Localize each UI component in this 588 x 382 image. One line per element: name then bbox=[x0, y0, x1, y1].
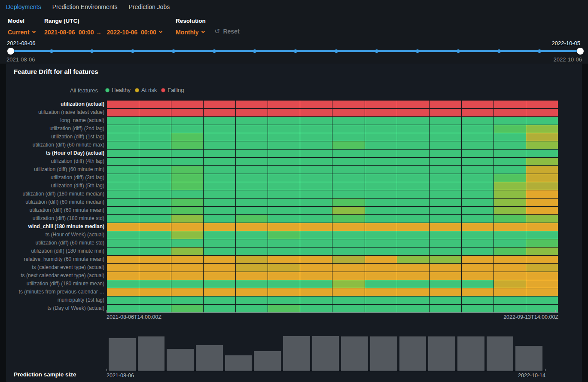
heatmap-cell[interactable] bbox=[365, 133, 397, 141]
heatmap-cell[interactable] bbox=[107, 256, 139, 264]
heatmap-cell[interactable] bbox=[139, 272, 171, 280]
heatmap-cell[interactable] bbox=[430, 231, 462, 239]
heatmap-cell[interactable] bbox=[268, 101, 300, 109]
heatmap-cell[interactable] bbox=[526, 101, 558, 109]
heatmap-cell[interactable] bbox=[107, 141, 139, 150]
heatmap-cell[interactable] bbox=[526, 296, 558, 305]
heatmap-cell[interactable] bbox=[494, 133, 526, 141]
heatmap-cell[interactable] bbox=[397, 223, 430, 231]
heatmap-cell[interactable] bbox=[300, 117, 332, 125]
heatmap-cell[interactable] bbox=[107, 199, 139, 207]
heatmap-cell[interactable] bbox=[332, 190, 365, 199]
heatmap-cell[interactable] bbox=[204, 174, 236, 182]
heatmap-cell[interactable] bbox=[204, 182, 236, 190]
heatmap-cell[interactable] bbox=[268, 256, 300, 264]
heatmap-cell[interactable] bbox=[430, 190, 462, 199]
heatmap-cell[interactable] bbox=[171, 125, 204, 133]
heatmap-cell[interactable] bbox=[494, 158, 526, 166]
heatmap-cell[interactable] bbox=[139, 280, 171, 288]
heatmap-cell[interactable] bbox=[430, 215, 462, 223]
heatmap-cell[interactable] bbox=[171, 256, 204, 264]
heatmap-cell[interactable] bbox=[462, 296, 494, 305]
slider-dot[interactable] bbox=[253, 49, 256, 53]
heatmap-cell[interactable] bbox=[494, 174, 526, 182]
heatmap-cell[interactable] bbox=[107, 174, 139, 182]
heatmap-cell[interactable] bbox=[494, 248, 526, 256]
heatmap-cell[interactable] bbox=[204, 101, 236, 109]
heatmap-cell[interactable] bbox=[171, 166, 204, 174]
heatmap-cell[interactable] bbox=[494, 305, 526, 313]
heatmap-cell[interactable] bbox=[171, 117, 204, 125]
heatmap-cell[interactable] bbox=[462, 150, 494, 158]
heatmap-cell[interactable] bbox=[300, 133, 332, 141]
heatmap-cell[interactable] bbox=[332, 272, 365, 280]
heatmap-cell[interactable] bbox=[300, 248, 332, 256]
heatmap-cell[interactable] bbox=[365, 256, 397, 264]
heatmap-cell[interactable] bbox=[139, 288, 171, 296]
heatmap-cell[interactable] bbox=[365, 288, 397, 296]
slider-dot[interactable] bbox=[213, 49, 216, 53]
heatmap-cell[interactable] bbox=[171, 231, 204, 239]
heatmap-cell[interactable] bbox=[171, 158, 204, 166]
heatmap-cell[interactable] bbox=[526, 305, 558, 313]
heatmap-cell[interactable] bbox=[397, 158, 430, 166]
slider-dot[interactable] bbox=[90, 49, 94, 53]
heatmap-cell[interactable] bbox=[462, 190, 494, 199]
heatmap-cell[interactable] bbox=[332, 296, 365, 305]
heatmap-cell[interactable] bbox=[268, 215, 300, 223]
heatmap-cell[interactable] bbox=[397, 133, 430, 141]
heatmap-cell[interactable] bbox=[171, 248, 204, 256]
heatmap-cell[interactable] bbox=[300, 239, 332, 248]
heatmap-cell[interactable] bbox=[397, 101, 430, 109]
heatmap-cell[interactable] bbox=[204, 264, 236, 272]
heatmap-cell[interactable] bbox=[300, 182, 332, 190]
heatmap-cell[interactable] bbox=[171, 190, 204, 199]
heatmap-cell[interactable] bbox=[236, 109, 268, 117]
heatmap-cell[interactable] bbox=[365, 190, 397, 199]
resolution-select[interactable]: Monthly bbox=[176, 29, 206, 36]
heatmap-cell[interactable] bbox=[494, 215, 526, 223]
heatmap-cell[interactable] bbox=[171, 150, 204, 158]
heatmap-cell[interactable] bbox=[365, 272, 397, 280]
heatmap-cell[interactable] bbox=[300, 150, 332, 158]
heatmap-cell[interactable] bbox=[430, 248, 462, 256]
heatmap-cell[interactable] bbox=[332, 256, 365, 264]
heatmap-cell[interactable] bbox=[430, 117, 462, 125]
heatmap-cell[interactable] bbox=[300, 158, 332, 166]
heatmap-cell[interactable] bbox=[268, 174, 300, 182]
heatmap-cell[interactable] bbox=[397, 109, 430, 117]
heatmap-cell[interactable] bbox=[171, 207, 204, 215]
heatmap-cell[interactable] bbox=[494, 141, 526, 150]
heatmap-cell[interactable] bbox=[107, 182, 139, 190]
tab-prediction-environments[interactable]: Prediction Environments bbox=[52, 3, 118, 10]
slider-dot[interactable] bbox=[335, 49, 338, 53]
heatmap-cell[interactable] bbox=[462, 305, 494, 313]
heatmap-cell[interactable] bbox=[300, 166, 332, 174]
heatmap-cell[interactable] bbox=[430, 296, 462, 305]
heatmap-cell[interactable] bbox=[430, 272, 462, 280]
heatmap-cell[interactable] bbox=[365, 239, 397, 248]
heatmap-cell[interactable] bbox=[526, 231, 558, 239]
heatmap-cell[interactable] bbox=[268, 223, 300, 231]
heatmap-cell[interactable] bbox=[236, 215, 268, 223]
heatmap-cell[interactable] bbox=[365, 182, 397, 190]
heatmap-cell[interactable] bbox=[236, 166, 268, 174]
heatmap-cell[interactable] bbox=[397, 305, 430, 313]
heatmap-cell[interactable] bbox=[397, 207, 430, 215]
heatmap-cell[interactable] bbox=[204, 272, 236, 280]
heatmap-cell[interactable] bbox=[494, 166, 526, 174]
heatmap-cell[interactable] bbox=[107, 296, 139, 305]
heatmap-cell[interactable] bbox=[430, 264, 462, 272]
heatmap-cell[interactable] bbox=[268, 158, 300, 166]
slider-handle-end[interactable] bbox=[577, 48, 584, 55]
heatmap-cell[interactable] bbox=[107, 272, 139, 280]
heatmap-cell[interactable] bbox=[526, 272, 558, 280]
heatmap-cell[interactable] bbox=[397, 296, 430, 305]
heatmap-cell[interactable] bbox=[139, 150, 171, 158]
heatmap-cell[interactable] bbox=[139, 231, 171, 239]
heatmap-cell[interactable] bbox=[397, 239, 430, 248]
heatmap-cell[interactable] bbox=[171, 264, 204, 272]
slider-handle-start[interactable] bbox=[7, 48, 14, 55]
heatmap-cell[interactable] bbox=[332, 133, 365, 141]
heatmap-cell[interactable] bbox=[236, 133, 268, 141]
